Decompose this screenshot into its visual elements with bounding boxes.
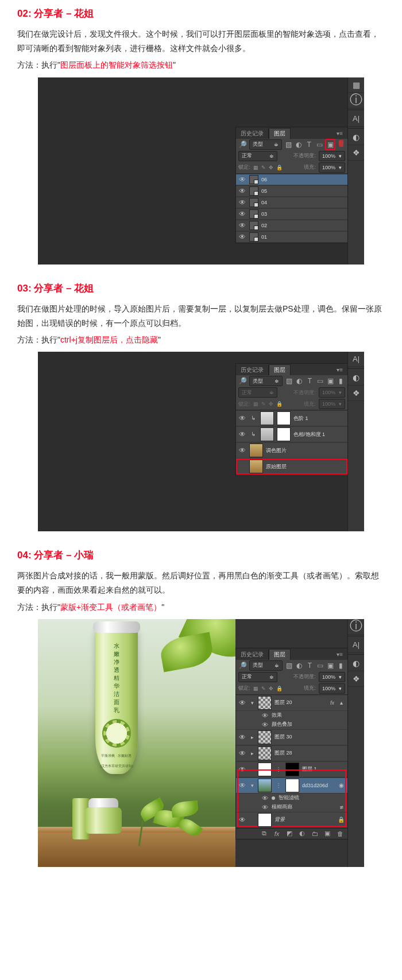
- filter-pixel-icon[interactable]: ▧: [284, 140, 292, 149]
- filter-smart-icon[interactable]: ▣: [327, 376, 335, 386]
- filter-smart-icon[interactable]: ▣: [326, 139, 335, 150]
- visibility-eye-icon[interactable]: 👁: [238, 430, 246, 438]
- smart-filters-row[interactable]: 👁智能滤镜: [236, 794, 347, 803]
- visibility-eye-icon[interactable]: 👁: [238, 699, 246, 707]
- adjust-icon[interactable]: ◐: [348, 370, 364, 386]
- filter-type-icon[interactable]: T: [306, 376, 314, 386]
- opacity-value[interactable]: 100%▾: [319, 151, 345, 161]
- lock-pos-icon[interactable]: ✥: [269, 165, 273, 170]
- fx-toggle-icon[interactable]: ▴: [337, 699, 345, 707]
- layers-icon[interactable]: ❖: [348, 386, 364, 401]
- visibility-eye-icon[interactable]: 👁: [238, 446, 246, 454]
- visibility-eye-icon[interactable]: 👁: [238, 221, 246, 230]
- tab-history[interactable]: 历史记录: [236, 650, 269, 660]
- layer-item-dd[interactable]: 👁 ▾ ⋮ dd31d206d ◉: [236, 777, 347, 794]
- filter-shape-icon[interactable]: ▭: [316, 376, 324, 386]
- expand-arrow-icon[interactable]: ▸: [249, 750, 255, 756]
- layer-item-bg[interactable]: 👁 ▸ 背景 🔒: [236, 812, 347, 828]
- tab-history[interactable]: 历史记录: [236, 365, 269, 375]
- opacity-value[interactable]: 100%▾: [319, 672, 345, 682]
- layers-icon[interactable]: ❖: [348, 145, 364, 161]
- info-icon[interactable]: ⓘ: [348, 619, 364, 635]
- filter-toggle-icon[interactable]: [337, 140, 345, 149]
- layers-icon[interactable]: ❖: [348, 671, 364, 687]
- fill-value[interactable]: 100%▾: [319, 162, 345, 173]
- filter-pixel-icon[interactable]: ▧: [285, 661, 293, 670]
- info-icon[interactable]: ⓘ: [348, 93, 364, 108]
- visibility-eye-icon[interactable]: 👁: [238, 414, 246, 422]
- character-icon[interactable]: A|: [348, 637, 364, 653]
- adjust-icon[interactable]: ◐: [348, 130, 364, 145]
- filter-adjust-icon[interactable]: ◐: [295, 376, 303, 386]
- layer-item-tinted[interactable]: 👁 调色图片: [236, 442, 347, 458]
- expand-arrow-icon[interactable]: ▾: [249, 783, 255, 788]
- character-icon[interactable]: A|: [348, 352, 364, 367]
- swatches-icon[interactable]: ▦: [348, 77, 364, 93]
- layer-item-03[interactable]: 👁03: [236, 208, 347, 220]
- lock-trans-icon[interactable]: ▦: [253, 165, 258, 170]
- filter-toggle-icon[interactable]: ▮: [337, 376, 345, 386]
- layer-item-06[interactable]: 👁06: [236, 174, 347, 185]
- panel-menu-icon[interactable]: ▾≡: [332, 129, 347, 139]
- fill-value[interactable]: 100%▾: [319, 683, 345, 694]
- tab-history[interactable]: 历史记录: [236, 129, 269, 139]
- new-layer-icon[interactable]: ▣: [323, 830, 331, 837]
- filter-adjust-icon[interactable]: ◐: [295, 140, 303, 149]
- visibility-eye-icon[interactable]: 👁: [238, 187, 246, 195]
- layer-item-huesat[interactable]: 👁 ↳ 色相/饱和度 1: [236, 426, 347, 442]
- panel-menu-icon[interactable]: ▾≡: [332, 650, 347, 660]
- lock-all-icon[interactable]: 🔒: [276, 165, 283, 170]
- link-layers-icon[interactable]: ⧉: [260, 830, 268, 837]
- blend-mode-select[interactable]: 正常≑: [238, 151, 277, 161]
- filter-kind-select[interactable]: 类型≑: [249, 660, 283, 671]
- visibility-eye-icon[interactable]: 👁: [238, 733, 246, 741]
- lock-paint-icon[interactable]: ✎: [261, 686, 266, 691]
- visibility-eye-icon[interactable]: 👁: [238, 233, 246, 241]
- filter-adjust-icon[interactable]: ◐: [295, 661, 303, 670]
- tab-layers[interactable]: 图层: [269, 649, 291, 660]
- adjustment-icon[interactable]: ◐: [298, 830, 306, 837]
- visibility-eye-icon[interactable]: 👁: [238, 199, 246, 207]
- adjust-icon[interactable]: ◐: [348, 656, 364, 671]
- lock-all-icon[interactable]: 🔒: [276, 686, 283, 691]
- tab-layers[interactable]: 图层: [269, 128, 291, 139]
- filter-shape-icon[interactable]: ▭: [316, 661, 324, 670]
- lock-trans-icon[interactable]: ▦: [253, 686, 258, 691]
- layer-item-1[interactable]: 👁 ▸ ⋮ 图层 1: [236, 761, 347, 777]
- visibility-eye-icon[interactable]: 👁: [238, 765, 246, 773]
- tab-layers[interactable]: 图层: [269, 364, 291, 375]
- mask-icon[interactable]: ◩: [285, 830, 293, 837]
- filter-shape-icon[interactable]: ▭: [315, 140, 323, 149]
- layer-item-04[interactable]: 👁04: [236, 197, 347, 208]
- layer-item-02[interactable]: 👁02: [236, 220, 347, 231]
- lock-pos-icon[interactable]: ✥: [269, 686, 273, 691]
- layer-item-28[interactable]: 👁 ▸ 图层 28: [236, 745, 347, 761]
- layer-item-05[interactable]: 👁05: [236, 185, 347, 197]
- filter-type-icon[interactable]: T: [305, 140, 313, 149]
- group-icon[interactable]: 🗀: [311, 830, 319, 837]
- color-overlay-row[interactable]: 👁颜色叠加: [236, 720, 347, 729]
- visibility-eye-icon[interactable]: 👁: [238, 816, 246, 824]
- layer-item-30[interactable]: 👁 ▸ 图层 30: [236, 729, 347, 745]
- panel-menu-icon[interactable]: ▾≡: [332, 365, 347, 375]
- layer-item-01[interactable]: 👁01: [236, 231, 347, 243]
- layer-item-original[interactable]: 原始图层: [236, 458, 347, 475]
- visibility-eye-hidden-icon[interactable]: [238, 462, 246, 470]
- trash-icon[interactable]: 🗑: [336, 830, 344, 837]
- visibility-eye-icon[interactable]: 👁: [238, 781, 246, 790]
- expand-arrow-icon[interactable]: ▸: [249, 734, 255, 740]
- filter-type-icon[interactable]: T: [306, 661, 314, 670]
- fx-icon[interactable]: fx: [273, 830, 281, 837]
- filter-kind-select[interactable]: 类型≑: [249, 139, 282, 150]
- filter-pixel-icon[interactable]: ▧: [285, 376, 293, 386]
- blur-gallery-row[interactable]: 👁模糊画廊≢: [236, 803, 347, 812]
- character-icon[interactable]: A|: [348, 111, 364, 127]
- layer-item-levels[interactable]: 👁 ↳ 色阶 1: [236, 410, 347, 426]
- visibility-eye-icon[interactable]: 👁: [238, 210, 246, 218]
- blend-mode-select[interactable]: 正常≑: [238, 672, 277, 682]
- filter-toggle-icon[interactable]: ▮: [337, 661, 345, 670]
- expand-arrow-icon[interactable]: ▾: [249, 700, 255, 706]
- filter-kind-select[interactable]: 类型≑: [249, 376, 283, 386]
- layer-item-20[interactable]: 👁 ▾ 图层 20 fx ▴: [236, 695, 347, 711]
- lock-paint-icon[interactable]: ✎: [261, 165, 266, 170]
